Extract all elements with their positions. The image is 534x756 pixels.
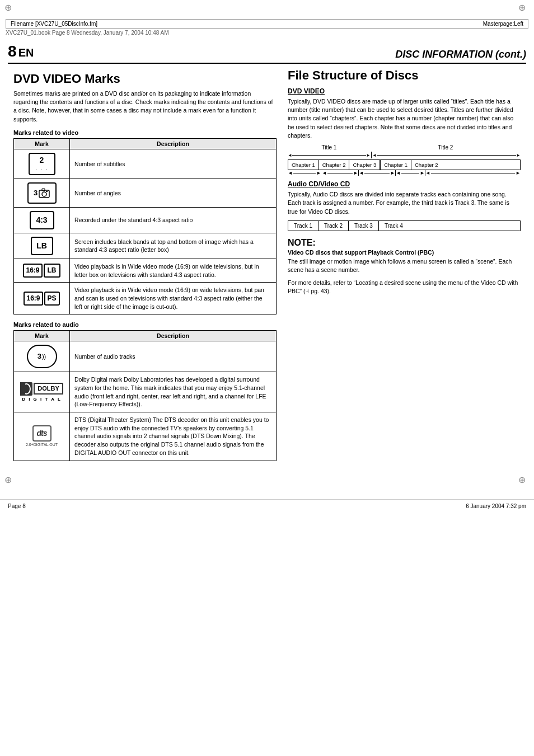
desc-169ps: Video playback is in Wide video mode (16… [70, 283, 277, 314]
table-row: LB Screen includes black bands at top an… [14, 233, 277, 259]
track-cell: Track 4 [379, 221, 409, 231]
subheader: XVC27U_01.book Page 8 Wednesday, January… [0, 29, 534, 38]
tracks-diagram: Track 1 Track 2 Track 3 Track 4 [288, 220, 521, 231]
mark-cell-dts: dts 2.0+DIGITAL OUT [14, 412, 70, 461]
table-row: 16:9 PS Video playback is in Wide video … [14, 283, 277, 314]
mark-cell-dolby: DOLBY D I G I T A L [14, 372, 70, 412]
top-corners [0, 0, 534, 16]
note-text1: The still image or motion image which fo… [288, 257, 521, 274]
note-title: NOTE: [288, 238, 521, 248]
table-row: 3 )) Number of audio tracks [14, 341, 277, 372]
page-content: DVD VIDEO Marks Sometimes marks are prin… [13, 68, 521, 468]
top-left-crosshair [4, 2, 16, 13]
page-footer: Page 8 6 January 2004 7:32 pm [0, 499, 534, 513]
ratio-43-icon: 4:3 [30, 211, 54, 229]
table-row: DOLBY D I G I T A L Dolby Digital mark D… [14, 372, 277, 412]
video-col-mark: Mark [14, 138, 70, 149]
top-right-crosshair [518, 2, 530, 13]
track-cell: Track 1 [288, 221, 318, 231]
page-number-suffix: EN [18, 46, 34, 59]
title2-label: Title 2 [371, 144, 521, 151]
left-column: DVD VIDEO Marks Sometimes marks are prin… [13, 68, 277, 468]
audio3-icon: 3 )) [27, 345, 57, 368]
dvd-video-text: Typically, DVD VIDEO discs are made up o… [288, 97, 521, 140]
ch-cell: Chapter 2 [319, 160, 350, 170]
dvd-video-marks-title: DVD VIDEO Marks [13, 72, 277, 86]
page-number: 8 [8, 43, 17, 60]
page-number-block: 8 EN [8, 43, 34, 60]
desc-subtitle: Number of subtitles [70, 149, 277, 179]
desc-dolby: Dolby Digital mark Dolby Laboratories ha… [70, 372, 277, 412]
page-wrapper: 8 EN DISC INFORMATION (cont.) DVD VIDEO … [0, 38, 534, 472]
dolby-icon: DOLBY D I G I T A L [20, 382, 63, 402]
chapter-arrows: ◄ ► ◄ ► ◄ ► [288, 170, 521, 176]
169ps-icon: 16:9 PS [24, 292, 59, 306]
table-row: 4:3 Recorded under the standard 4:3 aspe… [14, 207, 277, 233]
svg-rect-3 [46, 191, 48, 192]
footer-page-number: Page 8 [8, 503, 26, 509]
page-header: 8 EN DISC INFORMATION (cont.) [8, 43, 526, 64]
track-cell: Track 3 [349, 221, 379, 231]
track-cell: Track 2 [318, 221, 349, 231]
ch-cell: Chapter 3 [349, 160, 381, 170]
dts-icon: dts 2.0+DIGITAL OUT [18, 425, 65, 448]
desc-angle: Number of angles [70, 179, 277, 207]
169lb-icon: 16:9 LB [23, 264, 60, 278]
ch-cell: Chapter 1 [288, 160, 319, 170]
mark-cell-lb: LB [14, 233, 70, 259]
file-structure-title: File Structure of Discs [288, 68, 521, 83]
note-text2: For more details, refer to “Locating a d… [288, 279, 521, 295]
subtitle-icon: 2 · · · [29, 153, 55, 175]
title-arrows: ◄ ► ◄ ► [288, 152, 521, 158]
audio-col-mark: Mark [14, 331, 70, 341]
intro-text: Sometimes marks are printed on a DVD dis… [13, 90, 277, 124]
title-labels-row: Title 1 Title 2 [288, 144, 521, 151]
bottom-right-crosshair [518, 475, 530, 486]
bottom-corners [0, 472, 534, 488]
desc-dts: DTS (Digital Theater System) The DTS dec… [70, 412, 277, 461]
mark-cell-audio3: 3 )) [14, 341, 70, 372]
audio-cd-text: Typically, Audio CD discs are divided in… [288, 190, 521, 216]
right-column: File Structure of Discs DVD VIDEO Typica… [288, 68, 521, 468]
desc-169lb: Video playback is in Wide video mode (16… [70, 259, 277, 282]
desc-43: Recorded under the standard 4:3 aspect r… [70, 207, 277, 233]
svg-point-1 [42, 192, 46, 196]
note-subtitle: Video CD discs that support Playback Con… [288, 249, 521, 256]
masterpage-label: Masterpage:Left [483, 21, 523, 27]
mark-cell-angle: 3 [14, 179, 70, 207]
dvd-diagram: Title 1 Title 2 ◄ ► ◄ ► [288, 144, 521, 176]
desc-lb: Screen includes black bands at top and b… [70, 233, 277, 259]
dolby-d-icon [20, 382, 32, 396]
audio-marks-table: Mark Description 3 )) Number of audio [13, 330, 277, 461]
lb-icon: LB [31, 237, 53, 255]
video-marks-heading: Marks related to video [13, 129, 277, 136]
video-marks-table: Mark Description 2 · · · Number of su [13, 138, 277, 314]
title1-label: Title 1 [288, 144, 371, 151]
table-row: 2 · · · Number of subtitles [14, 149, 277, 179]
bottom-left-crosshair [4, 475, 16, 486]
page-title: DISC INFORMATION (cont.) [395, 49, 526, 60]
table-row: 16:9 LB Video playback is in Wide video … [14, 259, 277, 282]
mark-cell-43: 4:3 [14, 207, 70, 233]
audio-cd-heading: Audio CD/Video CD [288, 180, 521, 188]
desc-audio3: Number of audio tracks [70, 341, 277, 372]
mark-cell-subtitle: 2 · · · [14, 149, 70, 179]
audio-col-desc: Description [70, 331, 277, 341]
footer-timestamp: 6 January 2004 7:32 pm [466, 503, 526, 509]
mark-cell-169lb: 16:9 LB [14, 259, 70, 282]
dvd-video-heading: DVD VIDEO [288, 87, 521, 95]
filename-label: Filename [XVC27U_05DiscInfo.fm] [11, 21, 97, 27]
header-bar: Filename [XVC27U_05DiscInfo.fm] Masterpa… [6, 19, 528, 29]
video-col-desc: Description [70, 138, 277, 149]
table-row: dts 2.0+DIGITAL OUT DTS (Digital Theater… [14, 412, 277, 461]
note-section: NOTE: Video CD discs that support Playba… [288, 238, 521, 296]
chapters-row: Chapter 1 Chapter 2 Chapter 3 Chapter 1 … [288, 159, 521, 170]
ch-cell: Chapter 2 [411, 160, 442, 170]
svg-rect-7 [20, 382, 25, 396]
table-row: 3 Number of angles [14, 179, 277, 207]
mark-cell-169ps: 16:9 PS [14, 283, 70, 314]
ch-cell: Chapter 1 [381, 160, 411, 170]
angle-icon: 3 [27, 182, 57, 204]
audio-marks-heading: Marks related to audio [13, 321, 277, 328]
camera-icon [39, 188, 50, 198]
